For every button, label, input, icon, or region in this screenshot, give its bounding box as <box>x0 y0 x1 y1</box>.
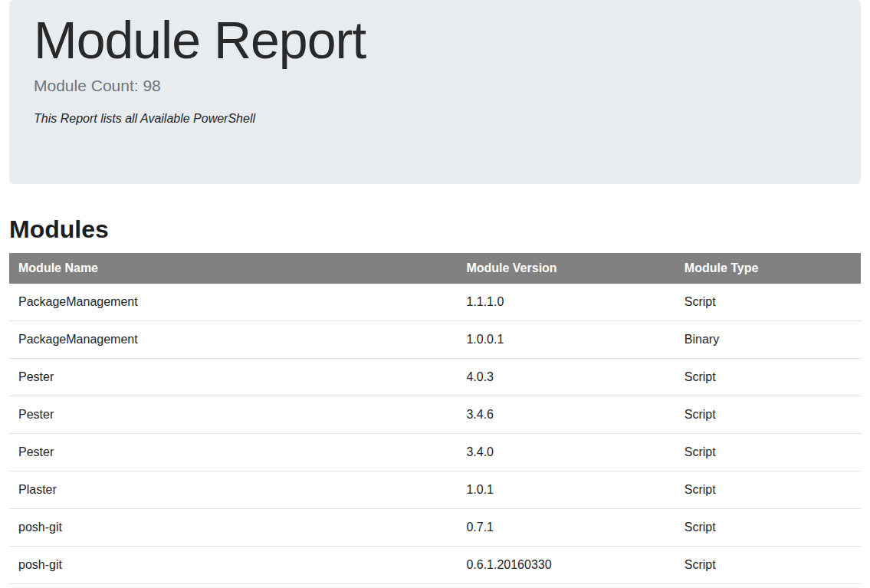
cell-module-name: PackageManagement <box>9 321 457 359</box>
table-row: posh-git0.7.1Script <box>9 509 861 547</box>
report-header: Module Report Module Count: 98 This Repo… <box>9 0 861 184</box>
column-header-module-name: Module Name <box>9 253 457 284</box>
cell-module-type: Binary <box>675 321 861 359</box>
column-header-module-type: Module Type <box>675 253 861 284</box>
cell-module-type: Script <box>675 509 861 547</box>
cell-module-name: Plaster <box>9 471 457 509</box>
table-row: PackageManagement1.0.0.1Binary <box>9 321 861 359</box>
cell-module-name: Pester <box>9 434 457 471</box>
cell-module-version: 1.1.1.0 <box>457 284 675 321</box>
module-count: Module Count: 98 <box>34 75 836 96</box>
cell-module-version: 4.0.3 <box>457 359 675 396</box>
cell-module-type: Script <box>675 547 861 584</box>
cell-module-type: Script <box>675 471 861 509</box>
cell-module-version: 1.0.1 <box>457 471 675 509</box>
cell-module-version: 3.4.0 <box>457 434 675 471</box>
cell-module-name: posh-git <box>9 509 457 547</box>
cell-module-type: Script <box>675 359 861 396</box>
section-heading-modules: Modules <box>9 215 861 244</box>
page: Module Report Module Count: 98 This Repo… <box>0 0 870 588</box>
table-row: Pester4.0.3Script <box>9 359 861 396</box>
table-row: Pester3.4.6Script <box>9 396 861 434</box>
report-title: Module Report <box>34 9 836 71</box>
modules-table: Module Name Module Version Module Type P… <box>9 253 861 584</box>
table-body: PackageManagement1.1.1.0ScriptPackageMan… <box>9 284 861 584</box>
table-row: PackageManagement1.1.1.0Script <box>9 284 861 321</box>
cell-module-version: 1.0.0.1 <box>457 321 675 359</box>
cell-module-name: posh-git <box>9 547 457 584</box>
cell-module-name: Pester <box>9 396 457 434</box>
cell-module-version: 3.4.6 <box>457 396 675 434</box>
cell-module-version: 0.6.1.20160330 <box>457 547 675 584</box>
cell-module-name: PackageManagement <box>9 284 457 321</box>
cell-module-type: Script <box>675 284 861 321</box>
report-description: This Report lists all Available PowerShe… <box>34 112 836 126</box>
cell-module-type: Script <box>675 434 861 471</box>
column-header-module-version: Module Version <box>457 253 675 284</box>
table-header-row: Module Name Module Version Module Type <box>9 253 861 284</box>
table-row: Plaster1.0.1Script <box>9 471 861 509</box>
cell-module-version: 0.7.1 <box>457 509 675 547</box>
table-row: posh-git0.6.1.20160330Script <box>9 547 861 584</box>
cell-module-name: Pester <box>9 359 457 396</box>
table-row: Pester3.4.0Script <box>9 434 861 471</box>
cell-module-type: Script <box>675 396 861 434</box>
